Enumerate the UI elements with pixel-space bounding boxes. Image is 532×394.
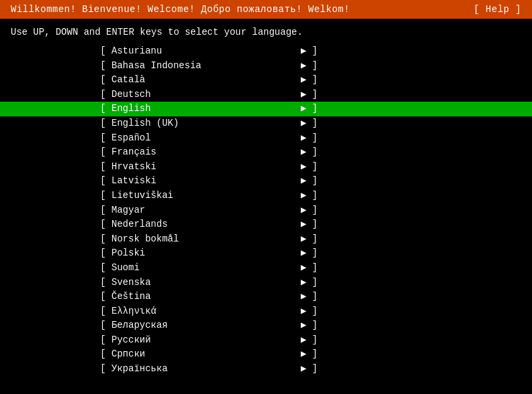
language-name: [ Lietuviškai: [100, 189, 301, 203]
language-arrow: ▶ ]: [301, 233, 317, 246]
language-arrow: ▶ ]: [301, 218, 317, 231]
language-item[interactable]: [ English ▶ ]: [0, 102, 532, 116]
language-item[interactable]: [ Ελληνικά ▶ ]: [0, 304, 532, 319]
language-item[interactable]: [ Svenska ▶ ]: [0, 276, 532, 290]
language-arrow: ▶ ]: [301, 60, 317, 73]
language-arrow: ▶ ]: [301, 276, 317, 290]
language-name: [ Norsk bokmål: [100, 233, 301, 246]
language-item[interactable]: [ Hrvatski ▶ ]: [0, 160, 532, 175]
instruction-text: Use UP, DOWN and ENTER keys to select yo…: [0, 19, 532, 44]
language-name: [ Ελληνικά: [100, 305, 301, 318]
language-item[interactable]: [ Српски ▶ ]: [0, 347, 532, 362]
language-item[interactable]: [ Deutsch ▶ ]: [0, 88, 532, 102]
language-item[interactable]: [ Lietuviškai ▶ ]: [0, 189, 532, 203]
language-item[interactable]: [ Latviski ▶ ]: [0, 174, 532, 189]
language-name: [ Bahasa Indonesia: [100, 60, 301, 73]
language-name: [ Magyar: [100, 204, 301, 217]
language-arrow: ▶ ]: [301, 305, 317, 318]
language-name: [ Čeština: [100, 290, 301, 304]
language-arrow: ▶ ]: [301, 319, 317, 332]
language-item[interactable]: [ Čeština ▶ ]: [0, 290, 532, 304]
language-arrow: ▶ ]: [301, 175, 317, 188]
language-arrow: ▶ ]: [301, 161, 317, 174]
language-name: [ English: [100, 102, 301, 116]
language-list: [ Asturianu ▶ ][ Bahasa Indonesia ▶ ][ C…: [0, 44, 532, 377]
language-arrow: ▶ ]: [301, 290, 317, 304]
language-arrow: ▶ ]: [301, 334, 317, 347]
language-item[interactable]: [ Magyar ▶ ]: [0, 203, 532, 218]
language-name: [ Suomi: [100, 262, 301, 275]
language-arrow: ▶ ]: [301, 102, 317, 116]
language-name: [ Polski: [100, 247, 301, 260]
language-name: [ English (UK): [100, 117, 301, 130]
language-item[interactable]: [ Беларуская ▶ ]: [0, 318, 532, 333]
language-name: [ Беларуская: [100, 319, 301, 332]
language-item[interactable]: [ Українська ▶ ]: [0, 362, 532, 377]
language-item[interactable]: [ Norsk bokmål ▶ ]: [0, 232, 532, 247]
language-name: [ Latviski: [100, 175, 301, 188]
language-arrow: ▶ ]: [301, 74, 317, 87]
language-arrow: ▶ ]: [301, 146, 317, 159]
language-name: [ Asturianu: [100, 45, 301, 58]
language-item[interactable]: [ Français ▶ ]: [0, 145, 532, 160]
language-name: [ Català: [100, 74, 301, 87]
language-arrow: ▶ ]: [301, 348, 317, 361]
language-name: [ Español: [100, 132, 301, 145]
top-bar: Willkommen! Bienvenue! Welcome! Добро по…: [0, 0, 532, 19]
language-item[interactable]: [ Polski ▶ ]: [0, 246, 532, 261]
language-name: [ Українська: [100, 363, 301, 376]
language-item[interactable]: [ Español ▶ ]: [0, 131, 532, 146]
language-name: [ Русский: [100, 334, 301, 347]
language-name: [ Nederlands: [100, 218, 301, 231]
language-arrow: ▶ ]: [301, 45, 317, 58]
language-item[interactable]: [ Suomi ▶ ]: [0, 261, 532, 276]
language-item[interactable]: [ Català ▶ ]: [0, 73, 532, 88]
welcome-text: Willkommen! Bienvenue! Welcome! Добро по…: [11, 4, 350, 15]
language-name: [ Français: [100, 146, 301, 159]
language-arrow: ▶ ]: [301, 247, 317, 260]
language-name: [ Српски: [100, 348, 301, 361]
language-name: [ Hrvatski: [100, 161, 301, 174]
language-arrow: ▶ ]: [301, 204, 317, 217]
language-arrow: ▶ ]: [301, 189, 317, 203]
language-item[interactable]: [ Bahasa Indonesia ▶ ]: [0, 59, 532, 74]
language-item[interactable]: [ Nederlands ▶ ]: [0, 217, 532, 232]
language-arrow: ▶ ]: [301, 363, 317, 376]
language-name: [ Svenska: [100, 276, 301, 290]
language-arrow: ▶ ]: [301, 262, 317, 275]
language-arrow: ▶ ]: [301, 88, 317, 102]
language-item[interactable]: [ English (UK) ▶ ]: [0, 116, 532, 131]
help-button[interactable]: [ Help ]: [474, 4, 521, 15]
language-name: [ Deutsch: [100, 88, 301, 102]
language-arrow: ▶ ]: [301, 132, 317, 145]
language-item[interactable]: [ Asturianu ▶ ]: [0, 44, 532, 59]
language-arrow: ▶ ]: [301, 117, 317, 130]
language-item[interactable]: [ Русский ▶ ]: [0, 333, 532, 348]
